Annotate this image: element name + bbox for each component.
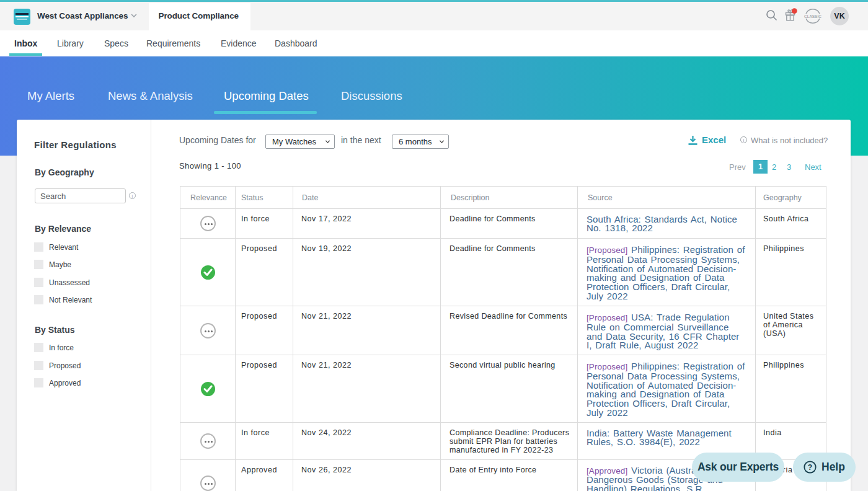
svg-text:?: ? <box>808 463 812 472</box>
svg-text:CLASSIC: CLASSIC <box>804 14 822 19</box>
